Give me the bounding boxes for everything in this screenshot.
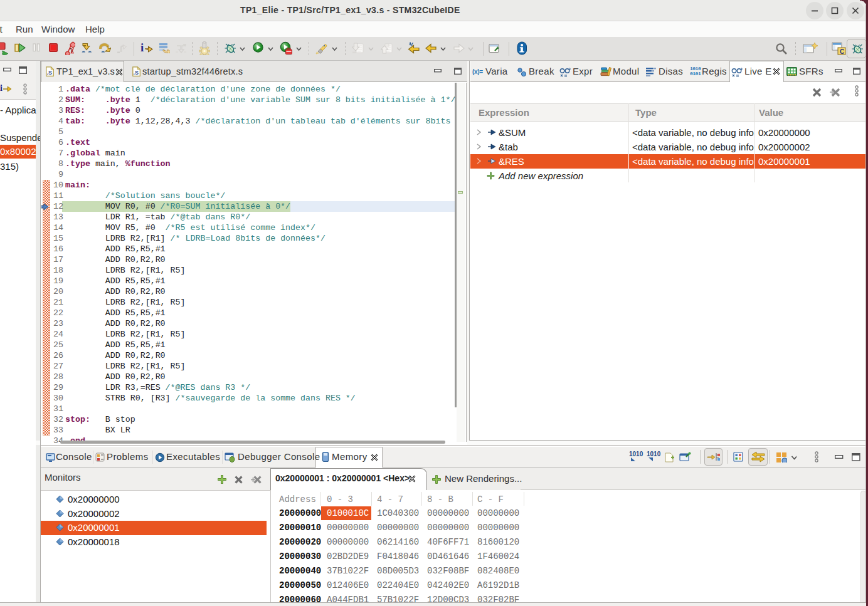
svg-text:.S: .S bbox=[134, 70, 139, 76]
svg-text:C: C bbox=[840, 48, 844, 55]
svg-text:.S: .S bbox=[47, 70, 53, 76]
